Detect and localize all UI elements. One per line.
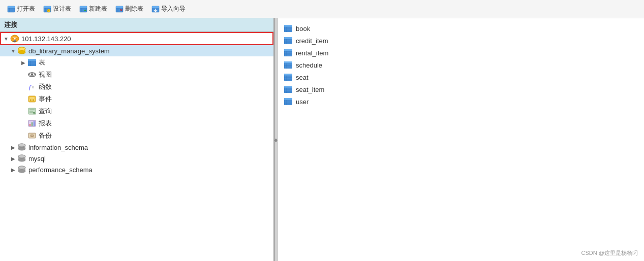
- table-credit-item-label: credit_item: [296, 37, 328, 45]
- query-item[interactable]: ▶ 查询: [0, 105, 273, 117]
- table-seat-item-label: seat_item: [296, 86, 324, 93]
- sidebar-header: 连接: [0, 18, 273, 32]
- svg-point-62: [32, 135, 33, 136]
- info-schema-chevron: ▶: [10, 144, 16, 150]
- function-label: 函数: [39, 82, 52, 91]
- sidebar: 连接 ▼ 101.132.143.220 ▼: [0, 18, 274, 261]
- svg-point-74: [18, 166, 25, 169]
- svg-point-27: [18, 51, 25, 54]
- report-item[interactable]: ▶ 报表: [0, 117, 273, 129]
- import-wizard-icon: [151, 5, 160, 13]
- svg-rect-20: [152, 6, 159, 8]
- table-seat[interactable]: seat: [278, 71, 644, 83]
- svg-point-46: [30, 100, 31, 101]
- table-group-icon: [27, 58, 37, 67]
- svg-point-73: [18, 170, 25, 173]
- toolbar: 打开表 设计表 + 新建表: [0, 0, 644, 18]
- info-schema-item[interactable]: ▶ information_schema: [0, 142, 273, 153]
- event-item[interactable]: ▶ 事件: [0, 93, 273, 105]
- svg-rect-76: [284, 25, 292, 27]
- svg-rect-100: [284, 74, 292, 76]
- connection-icon: [10, 35, 19, 43]
- db-library-chevron: ▼: [10, 48, 16, 54]
- info-schema-icon: [17, 143, 26, 151]
- svg-point-69: [18, 158, 25, 161]
- function-icon: ƒ 0: [27, 83, 37, 91]
- design-table-button[interactable]: 设计表: [40, 4, 74, 14]
- sidebar-header-label: 连接: [4, 21, 17, 28]
- open-table-label: 打开表: [17, 5, 35, 13]
- svg-rect-58: [34, 121, 35, 126]
- table-seat-icon: [284, 73, 293, 81]
- watermark-text: CSDN @这里是杨杨叼: [581, 250, 638, 256]
- connection-item[interactable]: ▼ 101.132.143.220: [0, 32, 273, 45]
- table-rental-item[interactable]: rental_item: [278, 47, 644, 59]
- svg-point-53: [33, 112, 35, 114]
- main-layout: 连接 ▼ 101.132.143.220 ▼: [0, 18, 644, 261]
- table-user[interactable]: user: [278, 95, 644, 108]
- svg-rect-31: [28, 59, 36, 61]
- svg-rect-57: [32, 122, 33, 126]
- backup-label: 备份: [39, 131, 52, 140]
- design-table-label: 设计表: [53, 5, 71, 13]
- table-group-label: 表: [39, 58, 45, 67]
- import-wizard-button[interactable]: 导入向导: [148, 4, 189, 14]
- svg-point-22: [14, 38, 16, 40]
- open-table-button[interactable]: 打开表: [4, 4, 38, 14]
- svg-rect-106: [284, 86, 292, 88]
- svg-point-48: [33, 100, 34, 101]
- table-schedule[interactable]: schedule: [278, 59, 644, 71]
- table-group-item[interactable]: ▶ 表: [0, 56, 273, 69]
- mysql-chevron: ▶: [10, 155, 16, 161]
- svg-rect-94: [284, 61, 292, 63]
- mysql-icon: [17, 154, 26, 162]
- perf-schema-item[interactable]: ▶ performance_schema: [0, 164, 273, 175]
- table-credit-item[interactable]: credit_item: [278, 35, 644, 47]
- table-user-label: user: [296, 98, 309, 106]
- table-seat-item[interactable]: seat_item: [278, 83, 644, 95]
- svg-point-70: [18, 155, 25, 158]
- delete-table-label: 删除表: [125, 5, 143, 13]
- open-table-icon: [7, 5, 15, 13]
- perf-schema-label: performance_schema: [28, 166, 93, 174]
- delete-table-icon: ×: [115, 5, 124, 13]
- report-label: 报表: [39, 119, 52, 128]
- backup-item[interactable]: ▶ 备份: [0, 129, 273, 142]
- perf-schema-chevron: ▶: [10, 167, 16, 173]
- svg-text:0: 0: [32, 85, 34, 89]
- mysql-label: mysql: [28, 155, 46, 162]
- svg-rect-56: [29, 124, 30, 126]
- view-icon: [27, 71, 37, 79]
- svg-rect-88: [284, 49, 292, 51]
- import-wizard-label: 导入向导: [161, 5, 186, 13]
- perf-schema-icon: [17, 166, 26, 174]
- svg-point-28: [18, 47, 25, 50]
- table-schedule-label: schedule: [296, 61, 322, 69]
- db-library-label: db_library_manage_system: [28, 47, 110, 55]
- watermark: CSDN @这里是杨杨叼: [581, 249, 638, 257]
- connection-ip: 101.132.143.220: [21, 35, 71, 43]
- query-label: 查询: [39, 107, 52, 116]
- report-icon: [27, 119, 37, 127]
- backup-icon: [27, 132, 37, 140]
- table-book[interactable]: book: [278, 22, 644, 35]
- event-icon: [27, 95, 37, 103]
- new-table-button[interactable]: + 新建表: [76, 4, 110, 14]
- svg-text:×: ×: [120, 8, 122, 13]
- view-item[interactable]: ▶ 视图: [0, 69, 273, 81]
- table-rental-item-label: rental_item: [296, 49, 328, 57]
- function-item[interactable]: ▶ ƒ 0 函数: [0, 81, 273, 93]
- svg-point-47: [32, 100, 33, 101]
- svg-rect-5: [44, 6, 51, 8]
- db-library-item[interactable]: ▼ db_library_manage_system: [0, 45, 273, 56]
- design-table-icon: [43, 5, 51, 13]
- mysql-item[interactable]: ▶ mysql: [0, 153, 273, 164]
- delete-table-button[interactable]: × 删除表: [112, 4, 146, 14]
- svg-point-38: [31, 74, 33, 76]
- new-table-icon: +: [79, 5, 87, 13]
- svg-rect-1: [8, 6, 15, 8]
- table-user-icon: [284, 97, 293, 106]
- view-label: 视图: [39, 70, 52, 79]
- table-seat-item-icon: [284, 85, 293, 93]
- svg-rect-24: [13, 41, 16, 42]
